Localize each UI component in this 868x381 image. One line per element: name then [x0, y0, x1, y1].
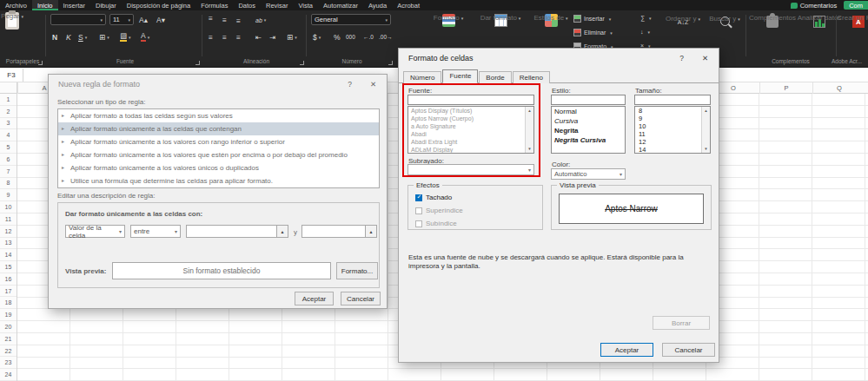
align-left-button[interactable]: [209, 31, 213, 43]
font-name-combo[interactable]: [50, 14, 106, 25]
clear-format-button[interactable]: Borrar: [653, 316, 710, 330]
autosum-button[interactable]: [640, 15, 652, 21]
scroll-down-icon[interactable]: [526, 145, 533, 153]
color-dropdown[interactable]: Automático: [551, 168, 626, 180]
format-as-table-button[interactable]: Dar formato: [476, 14, 525, 27]
format-button[interactable]: Formato...: [336, 262, 378, 279]
align-middle-button[interactable]: [222, 14, 227, 25]
row-header[interactable]: 4: [0, 129, 17, 141]
scroll-up-icon[interactable]: [526, 107, 533, 115]
row-header[interactable]: 15: [0, 261, 17, 273]
row-header[interactable]: 6: [0, 154, 17, 166]
size-option[interactable]: 14: [635, 146, 701, 154]
row-header[interactable]: 24: [0, 369, 17, 381]
align-top-button[interactable]: [209, 14, 213, 25]
dialog-tab[interactable]: Fuente: [442, 69, 478, 83]
comments-button[interactable]: Comentarios: [784, 2, 845, 10]
rule-type-option[interactable]: Aplicar formato únicamente a los valores…: [58, 161, 379, 174]
create-pdf-button[interactable]: Crear un PDF: [839, 14, 868, 28]
increase-indent-button[interactable]: [269, 31, 275, 43]
help-button[interactable]: ?: [670, 49, 693, 67]
row-header[interactable]: 5: [0, 141, 17, 154]
align-center-button[interactable]: [222, 31, 227, 43]
size-option[interactable]: 11: [635, 130, 701, 138]
rule-type-option[interactable]: Utilice una fórmula que determine las ce…: [58, 174, 379, 187]
analyze-data-button[interactable]: Analizar datos: [798, 14, 841, 28]
scroll-down-icon[interactable]: [702, 145, 710, 153]
underline-button[interactable]: S: [78, 31, 87, 43]
alignment-dialog-launcher-icon[interactable]: [300, 61, 304, 65]
checkbox-icon[interactable]: [415, 207, 422, 214]
number-dialog-launcher-icon[interactable]: [388, 61, 393, 65]
menu-tab[interactable]: Acrobat: [392, 0, 425, 10]
column-header[interactable]: P: [759, 82, 812, 94]
decrease-decimal-button[interactable]: .00→: [379, 31, 393, 43]
operator-dropdown[interactable]: entre: [130, 225, 181, 238]
name-box[interactable]: F3: [0, 69, 23, 82]
delete-cells-button[interactable]: Eliminar: [573, 29, 613, 36]
rule-type-option[interactable]: Aplicar formato únicamente a los valores…: [58, 148, 379, 161]
insert-cells-button[interactable]: Insertar: [573, 15, 611, 23]
fill-color-button[interactable]: [120, 31, 131, 43]
decrease-indent-button[interactable]: [255, 31, 262, 43]
rule-type-option[interactable]: Aplicar formato únicamente a las celdas …: [58, 122, 379, 135]
clipboard-dialog-launcher-icon[interactable]: [38, 61, 43, 65]
checkbox-icon[interactable]: [415, 194, 422, 201]
close-button[interactable]: ✕: [693, 49, 717, 67]
menu-tab[interactable]: Insertar: [58, 0, 90, 10]
row-header[interactable]: 10: [0, 201, 17, 213]
effect-checkbox-row[interactable]: Subíndice: [415, 220, 463, 227]
font-name-edit[interactable]: [407, 95, 534, 105]
menu-tab[interactable]: Fórmulas: [195, 0, 233, 10]
collapse-dialog-icon[interactable]: [276, 226, 288, 237]
menu-tab[interactable]: Archivo: [0, 0, 32, 10]
row-header[interactable]: 22: [0, 345, 17, 358]
scroll-up-icon[interactable]: [702, 107, 710, 115]
rule-type-list[interactable]: Aplicar formato a todas las celdas según…: [57, 108, 380, 188]
font-color-button[interactable]: A: [141, 31, 149, 43]
font-option[interactable]: Aptos Display (Títulos): [408, 107, 525, 115]
menu-tab[interactable]: Revisar: [261, 0, 293, 10]
merge-center-button[interactable]: [287, 31, 297, 43]
row-header[interactable]: 21: [0, 333, 17, 345]
cell-styles-button[interactable]: Estilos de: [530, 14, 572, 27]
collapse-dialog-icon[interactable]: [365, 226, 376, 237]
ok-button[interactable]: Aceptar: [600, 343, 653, 357]
select-all-corner[interactable]: [0, 82, 17, 94]
sort-filter-button[interactable]: Ordenar y: [662, 15, 704, 29]
increase-decimal-button[interactable]: ←.0: [363, 31, 374, 43]
font-list[interactable]: Aptos Display (Títulos)Aptos Narrow (Cue…: [407, 106, 534, 154]
close-button[interactable]: ✕: [361, 75, 385, 93]
row-header[interactable]: 17: [0, 286, 17, 298]
size-option[interactable]: 9: [635, 115, 701, 122]
dialog-tab[interactable]: Número: [403, 71, 441, 83]
font-option[interactable]: Abadi Extra Light: [408, 138, 525, 146]
style-list[interactable]: NormalCursivaNegritaNegrita Cursiva: [551, 106, 626, 154]
menu-tab[interactable]: Automatizar: [318, 0, 363, 10]
row-header[interactable]: 1: [0, 94, 17, 106]
ok-button[interactable]: Aceptar: [295, 292, 334, 305]
font-list-scrollbar[interactable]: [525, 107, 533, 153]
row-header[interactable]: 7: [0, 166, 17, 178]
effect-checkbox-row[interactable]: Superíndice: [415, 207, 463, 214]
row-header[interactable]: 20: [0, 321, 17, 333]
font-option[interactable]: Abadi: [408, 130, 525, 138]
row-header[interactable]: 3: [0, 118, 17, 130]
size-option[interactable]: 12: [635, 138, 701, 146]
effect-checkbox-row[interactable]: Tachado: [415, 194, 463, 201]
thousands-button[interactable]: 000: [346, 31, 355, 43]
paste-button[interactable]: Pegar: [5, 12, 19, 30]
style-option[interactable]: Negrita Cursiva: [552, 135, 625, 145]
size-option[interactable]: 10: [635, 122, 701, 130]
style-option[interactable]: Normal: [552, 107, 625, 116]
help-button[interactable]: ?: [338, 75, 361, 93]
row-header[interactable]: 23: [0, 357, 17, 369]
row-header[interactable]: 12: [0, 226, 17, 238]
style-option[interactable]: Negrita: [552, 126, 625, 135]
cancel-button[interactable]: Cancelar: [662, 343, 715, 357]
cell-value-dropdown[interactable]: Valor de la celda: [65, 225, 125, 238]
row-header[interactable]: 19: [0, 309, 17, 321]
checkbox-icon[interactable]: [415, 220, 422, 227]
cancel-button[interactable]: Cancelar: [341, 292, 381, 305]
menu-tab[interactable]: Disposición de página: [122, 0, 195, 10]
